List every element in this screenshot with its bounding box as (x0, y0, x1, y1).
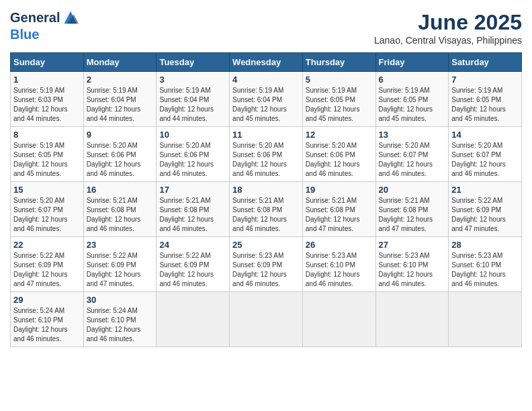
calendar-day-cell: 13 Sunrise: 5:20 AMSunset: 6:07 PMDaylig… (375, 127, 449, 182)
calendar-day-cell: 23 Sunrise: 5:22 AMSunset: 6:09 PMDaylig… (83, 237, 157, 292)
day-info: Sunrise: 5:22 AMSunset: 6:09 PMDaylight:… (451, 197, 506, 232)
calendar-day-cell: 27 Sunrise: 5:23 AMSunset: 6:10 PMDaylig… (375, 237, 449, 292)
day-number: 27 (379, 240, 446, 250)
day-info: Sunrise: 5:19 AMSunset: 6:05 PMDaylight:… (379, 87, 433, 122)
weekday-header: Friday (375, 53, 449, 72)
day-number: 4 (232, 75, 300, 85)
calendar-day-cell: 22 Sunrise: 5:22 AMSunset: 6:09 PMDaylig… (11, 237, 84, 292)
calendar-day-cell: 29 Sunrise: 5:24 AMSunset: 6:10 PMDaylig… (11, 292, 84, 347)
day-info: Sunrise: 5:21 AMSunset: 6:08 PMDaylight:… (232, 197, 287, 232)
calendar-day-cell: 10 Sunrise: 5:20 AMSunset: 6:06 PMDaylig… (157, 127, 230, 182)
weekday-header: Thursday (302, 53, 375, 72)
day-number: 25 (232, 240, 300, 250)
calendar-day-cell: 2 Sunrise: 5:19 AMSunset: 6:04 PMDayligh… (83, 72, 157, 127)
calendar-day-cell: 16 Sunrise: 5:21 AMSunset: 6:08 PMDaylig… (83, 182, 157, 237)
day-info: Sunrise: 5:20 AMSunset: 6:07 PMDaylight:… (451, 142, 506, 177)
header: General Blue June 2025 Lanao, Central Vi… (10, 10, 522, 46)
weekday-header: Monday (83, 53, 157, 72)
day-number: 23 (87, 240, 154, 250)
calendar-day-cell: 24 Sunrise: 5:22 AMSunset: 6:09 PMDaylig… (157, 237, 230, 292)
location-title: Lanao, Central Visayas, Philippines (374, 35, 522, 46)
day-number: 1 (13, 75, 81, 85)
calendar-day-cell: 8 Sunrise: 5:19 AMSunset: 6:05 PMDayligh… (11, 127, 84, 182)
month-title: June 2025 (374, 10, 522, 35)
day-number: 24 (159, 240, 226, 250)
day-number: 16 (87, 185, 154, 195)
logo-text: General Blue (10, 10, 80, 42)
day-number: 7 (451, 75, 519, 85)
calendar-day-cell: 3 Sunrise: 5:19 AMSunset: 6:04 PMDayligh… (157, 72, 230, 127)
day-number: 5 (306, 75, 373, 85)
weekday-header: Tuesday (157, 53, 230, 72)
day-info: Sunrise: 5:20 AMSunset: 6:06 PMDaylight:… (159, 142, 214, 177)
calendar-day-cell (230, 292, 303, 347)
weekday-header-row: SundayMondayTuesdayWednesdayThursdayFrid… (11, 53, 522, 72)
day-number: 30 (87, 295, 154, 305)
day-info: Sunrise: 5:23 AMSunset: 6:10 PMDaylight:… (379, 252, 433, 287)
calendar-day-cell: 25 Sunrise: 5:23 AMSunset: 6:09 PMDaylig… (230, 237, 303, 292)
calendar-day-cell: 6 Sunrise: 5:19 AMSunset: 6:05 PMDayligh… (375, 72, 449, 127)
day-number: 21 (451, 185, 519, 195)
day-info: Sunrise: 5:19 AMSunset: 6:05 PMDaylight:… (306, 87, 360, 122)
day-info: Sunrise: 5:21 AMSunset: 6:08 PMDaylight:… (379, 197, 433, 232)
calendar-day-cell: 21 Sunrise: 5:22 AMSunset: 6:09 PMDaylig… (449, 182, 522, 237)
day-info: Sunrise: 5:19 AMSunset: 6:03 PMDaylight:… (13, 87, 68, 122)
day-info: Sunrise: 5:21 AMSunset: 6:08 PMDaylight:… (159, 197, 214, 232)
day-number: 28 (451, 240, 519, 250)
day-info: Sunrise: 5:20 AMSunset: 6:06 PMDaylight:… (87, 142, 141, 177)
calendar-day-cell: 30 Sunrise: 5:24 AMSunset: 6:10 PMDaylig… (83, 292, 157, 347)
day-info: Sunrise: 5:24 AMSunset: 6:10 PMDaylight:… (13, 307, 68, 342)
calendar-day-cell: 26 Sunrise: 5:23 AMSunset: 6:10 PMDaylig… (302, 237, 375, 292)
day-number: 26 (306, 240, 373, 250)
day-number: 9 (87, 130, 154, 140)
calendar-week-row: 29 Sunrise: 5:24 AMSunset: 6:10 PMDaylig… (11, 292, 522, 347)
calendar-day-cell: 15 Sunrise: 5:20 AMSunset: 6:07 PMDaylig… (11, 182, 84, 237)
title-area: June 2025 Lanao, Central Visayas, Philip… (374, 10, 522, 46)
day-info: Sunrise: 5:21 AMSunset: 6:08 PMDaylight:… (87, 197, 141, 232)
calendar-day-cell: 17 Sunrise: 5:21 AMSunset: 6:08 PMDaylig… (157, 182, 230, 237)
day-number: 10 (159, 130, 226, 140)
calendar-day-cell: 5 Sunrise: 5:19 AMSunset: 6:05 PMDayligh… (302, 72, 375, 127)
day-info: Sunrise: 5:19 AMSunset: 6:05 PMDaylight:… (13, 142, 68, 177)
day-info: Sunrise: 5:24 AMSunset: 6:10 PMDaylight:… (87, 307, 141, 342)
day-number: 18 (232, 185, 300, 195)
calendar-day-cell: 19 Sunrise: 5:21 AMSunset: 6:08 PMDaylig… (302, 182, 375, 237)
day-number: 20 (379, 185, 446, 195)
weekday-header: Saturday (449, 53, 522, 72)
day-info: Sunrise: 5:19 AMSunset: 6:04 PMDaylight:… (232, 87, 287, 122)
day-info: Sunrise: 5:22 AMSunset: 6:09 PMDaylight:… (13, 252, 68, 287)
day-number: 12 (306, 130, 373, 140)
calendar-day-cell (449, 292, 522, 347)
day-number: 2 (87, 75, 154, 85)
calendar-day-cell: 28 Sunrise: 5:23 AMSunset: 6:10 PMDaylig… (449, 237, 522, 292)
day-number: 22 (13, 240, 81, 250)
day-number: 17 (159, 185, 226, 195)
calendar-week-row: 1 Sunrise: 5:19 AMSunset: 6:03 PMDayligh… (11, 72, 522, 127)
day-info: Sunrise: 5:23 AMSunset: 6:10 PMDaylight:… (451, 252, 506, 287)
day-number: 14 (451, 130, 519, 140)
calendar-day-cell: 12 Sunrise: 5:20 AMSunset: 6:06 PMDaylig… (302, 127, 375, 182)
day-info: Sunrise: 5:19 AMSunset: 6:05 PMDaylight:… (451, 87, 506, 122)
day-info: Sunrise: 5:20 AMSunset: 6:06 PMDaylight:… (232, 142, 287, 177)
day-info: Sunrise: 5:20 AMSunset: 6:07 PMDaylight:… (13, 197, 68, 232)
day-info: Sunrise: 5:19 AMSunset: 6:04 PMDaylight:… (159, 87, 214, 122)
day-info: Sunrise: 5:21 AMSunset: 6:08 PMDaylight:… (306, 197, 360, 232)
day-info: Sunrise: 5:20 AMSunset: 6:07 PMDaylight:… (379, 142, 433, 177)
day-info: Sunrise: 5:19 AMSunset: 6:04 PMDaylight:… (87, 87, 141, 122)
calendar-week-row: 8 Sunrise: 5:19 AMSunset: 6:05 PMDayligh… (11, 127, 522, 182)
weekday-header: Sunday (11, 53, 84, 72)
calendar-week-row: 22 Sunrise: 5:22 AMSunset: 6:09 PMDaylig… (11, 237, 522, 292)
day-number: 3 (159, 75, 226, 85)
day-info: Sunrise: 5:23 AMSunset: 6:10 PMDaylight:… (306, 252, 360, 287)
calendar-day-cell: 9 Sunrise: 5:20 AMSunset: 6:06 PMDayligh… (83, 127, 157, 182)
day-number: 15 (13, 185, 81, 195)
day-number: 19 (306, 185, 373, 195)
calendar-day-cell: 18 Sunrise: 5:21 AMSunset: 6:08 PMDaylig… (230, 182, 303, 237)
calendar-day-cell (375, 292, 449, 347)
calendar-week-row: 15 Sunrise: 5:20 AMSunset: 6:07 PMDaylig… (11, 182, 522, 237)
calendar-day-cell: 11 Sunrise: 5:20 AMSunset: 6:06 PMDaylig… (230, 127, 303, 182)
calendar-day-cell: 7 Sunrise: 5:19 AMSunset: 6:05 PMDayligh… (449, 72, 522, 127)
calendar-day-cell: 4 Sunrise: 5:19 AMSunset: 6:04 PMDayligh… (230, 72, 303, 127)
calendar-day-cell: 14 Sunrise: 5:20 AMSunset: 6:07 PMDaylig… (449, 127, 522, 182)
calendar-day-cell: 20 Sunrise: 5:21 AMSunset: 6:08 PMDaylig… (375, 182, 449, 237)
